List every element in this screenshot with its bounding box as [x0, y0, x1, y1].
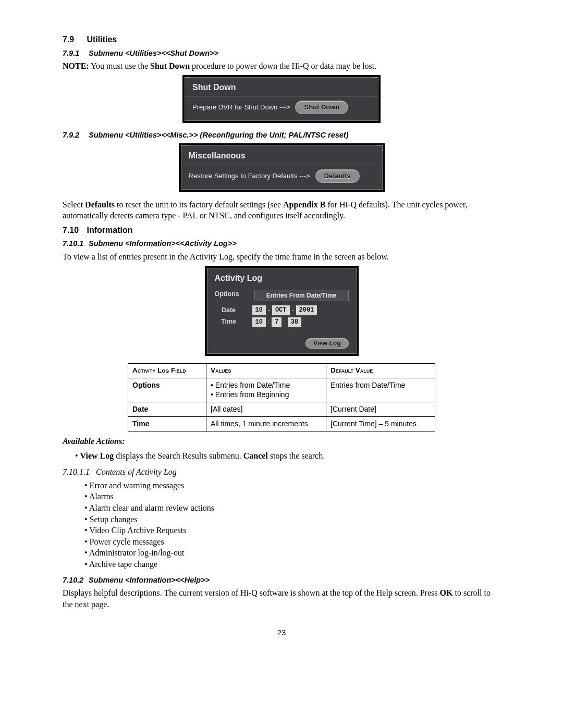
note-bold: Shut Down	[150, 61, 190, 70]
subheading-text: Contents of Activity Log	[96, 467, 177, 476]
heading-text: Information	[87, 226, 132, 235]
panel-text: Prepare DVR for Shut Down --->	[192, 103, 290, 112]
subheading-number: 7.10.2	[63, 575, 87, 586]
field-name: Options	[128, 378, 206, 402]
misc-paragraph: Select Defaults to reset the unit to its…	[63, 199, 500, 221]
available-actions-title: Available Actions:	[63, 436, 500, 447]
field-values: Entries from Date/TimeEntries from Begin…	[206, 378, 326, 402]
subheading-text: Submenu <Information><<Help>>	[89, 576, 210, 584]
panel-title: Activity Log	[207, 268, 356, 287]
shutdown-button[interactable]: Shut Down	[295, 101, 348, 114]
list-item: Administrator log-in/log-out	[93, 547, 500, 559]
subheading-number: 7.9.2	[63, 130, 87, 141]
time-minute[interactable]: 7	[272, 317, 282, 327]
field-name: Time	[128, 417, 206, 431]
subheading-activity-log: 7.10.1 Submenu <Information><<Activity L…	[63, 239, 500, 249]
list-item: Entries from Beginning	[211, 390, 322, 400]
contents-list: Error and warning messagesAlarmsAlarm cl…	[63, 480, 500, 570]
subheading-text: Submenu <Utilities><<Shut Down>>	[89, 49, 218, 57]
subheading-number: 7.9.1	[63, 48, 87, 59]
heading-utilities: 7.9 Utilities	[63, 34, 500, 45]
defaults-button[interactable]: Defaults	[315, 169, 360, 183]
table-row: Date[All dates][Current Date]	[128, 402, 435, 417]
list-item: Entries from Date/Time	[211, 380, 322, 390]
time-hour[interactable]: 10	[252, 317, 266, 327]
list-item: Video Clip Archive Requests	[93, 525, 500, 536]
panel-title: Shut Down	[185, 78, 378, 96]
subheading-shutdown: 7.9.1 Submenu <Utilities><<Shut Down>>	[63, 48, 500, 59]
table-header-default: Default Value	[326, 364, 435, 378]
date-year[interactable]: 2001	[296, 305, 317, 315]
heading-information: 7.10 Information	[63, 225, 500, 236]
time-second[interactable]: 38	[288, 317, 301, 327]
activity-log-fields-table: Activity Log Field Values Default Value …	[128, 363, 435, 431]
panel-title: Miscellaneous	[181, 146, 382, 165]
table-header-field: Activity Log Field	[128, 364, 206, 378]
shutdown-panel: Shut Down Prepare DVR for Shut Down --->…	[182, 75, 381, 123]
table-row: TimeAll times, 1 minute increments[Curre…	[128, 417, 435, 431]
activity-log-panel: Activity Log Options Entries From Date/T…	[205, 266, 359, 356]
list-item: View Log displays the Search Results sub…	[83, 450, 500, 462]
note-paragraph: NOTE: You must use the Shut Down procedu…	[63, 60, 500, 72]
options-label: Options	[215, 290, 243, 301]
subsubheading-contents: 7.10.1.1 Contents of Activity Log	[63, 466, 500, 478]
subheading-text: Submenu <Utilities><<Misc.>> (Reconfigur…	[89, 131, 348, 139]
heading-text: Utilities	[87, 35, 117, 44]
field-values: [All dates]	[206, 402, 326, 417]
activity-log-intro: To view a list of entries present in the…	[63, 251, 500, 263]
table-row: OptionsEntries from Date/TimeEntries fro…	[128, 378, 435, 402]
heading-number: 7.10	[63, 225, 84, 236]
list-item: Setup changes	[93, 514, 500, 525]
list-item: Error and warning messages	[93, 480, 500, 491]
heading-number: 7.9	[63, 34, 84, 45]
subheading-misc: 7.9.2 Submenu <Utilities><<Misc.>> (Reco…	[63, 130, 500, 141]
date-day[interactable]: 10	[252, 305, 266, 315]
field-default: [Current Time] – 5 minutes	[326, 417, 435, 431]
table-header-values: Values	[206, 364, 326, 378]
field-default: [Current Date]	[326, 402, 435, 417]
subheading-help: 7.10.2 Submenu <Information><<Help>>	[63, 575, 500, 586]
misc-panel: Miscellaneous Restore Settings to Factor…	[179, 143, 385, 191]
subheading-text: Submenu <Information><<Activity Log>>	[89, 239, 237, 248]
subheading-number: 7.10.1.1	[63, 467, 90, 476]
field-name: Date	[128, 402, 206, 417]
view-log-button[interactable]: View Log	[305, 338, 348, 349]
list-item: Power cycle messages	[93, 536, 500, 548]
available-actions-list: View Log displays the Search Results sub…	[63, 450, 500, 462]
help-paragraph: Displays helpful descriptions. The curre…	[63, 587, 500, 610]
list-item: Archive tape change	[93, 559, 500, 570]
panel-text: Restore Settings to Factory Defaults ---…	[189, 171, 310, 181]
time-label: Time	[215, 317, 243, 326]
date-month[interactable]: OCT	[272, 305, 290, 315]
options-selected[interactable]: Entries From Date/Time	[254, 290, 349, 301]
list-item: Alarms	[93, 491, 500, 502]
date-label: Date	[215, 306, 243, 315]
subheading-number: 7.10.1	[63, 239, 87, 249]
list-item: Alarm clear and alarm review actions	[93, 502, 500, 514]
field-default: Entries from Date/Time	[326, 378, 435, 402]
field-values: All times, 1 minute increments	[206, 417, 326, 431]
page-number: 23	[63, 627, 500, 638]
note-label: NOTE:	[63, 61, 89, 70]
